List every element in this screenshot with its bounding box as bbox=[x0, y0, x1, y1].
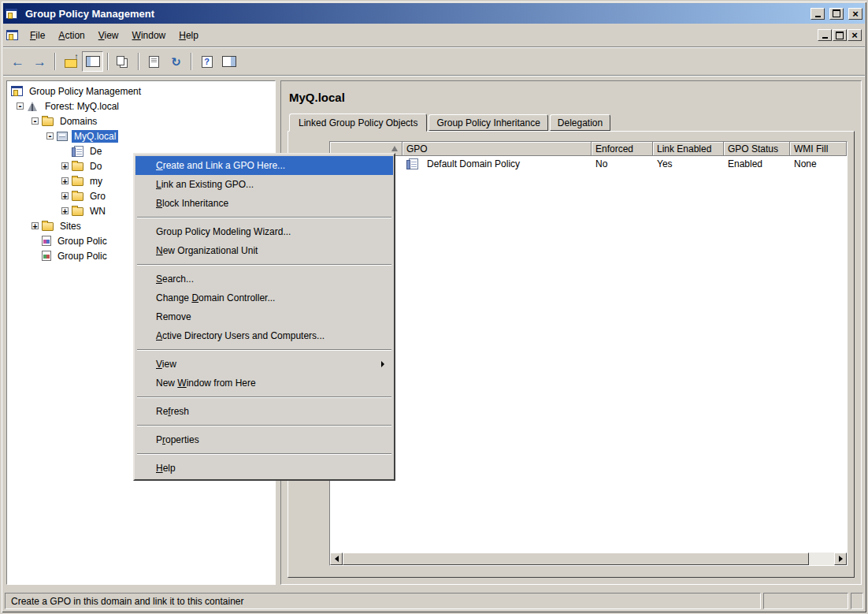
tree-expander[interactable]: - bbox=[17, 102, 24, 110]
menu-item-new-window-from-here[interactable]: New Window from Here bbox=[135, 374, 393, 393]
tree-expander[interactable]: - bbox=[32, 117, 39, 125]
properties-icon bbox=[146, 54, 163, 69]
toolbar-back-button[interactable] bbox=[7, 51, 28, 72]
menu-item-help[interactable]: Help bbox=[135, 459, 393, 478]
toolbar-properties-button[interactable] bbox=[143, 51, 165, 72]
toolbar-separator bbox=[138, 53, 139, 70]
close-button[interactable] bbox=[848, 8, 862, 20]
status-text: Create a GPO in this domain and link it … bbox=[5, 593, 761, 609]
menu-item-change-domain-controller[interactable]: Change Domain Controller... bbox=[135, 288, 393, 307]
cell-gpo: Default Domain Policy bbox=[402, 158, 592, 170]
tree-item-label: Group Polic bbox=[55, 250, 109, 262]
tree-expander[interactable]: + bbox=[61, 162, 69, 169]
toolbar-export-list-button[interactable] bbox=[113, 51, 134, 72]
cell-enforced: No bbox=[592, 158, 653, 170]
tree-expander[interactable]: - bbox=[46, 132, 54, 140]
scrollbar-thumb[interactable] bbox=[343, 553, 809, 565]
scrollbar-track[interactable] bbox=[809, 553, 834, 565]
menu-item-block-inheritance[interactable]: Block Inheritance bbox=[135, 194, 393, 213]
label-accel: H bbox=[156, 463, 163, 474]
tree-item-label: my bbox=[87, 175, 105, 188]
scroll-right-button[interactable] bbox=[834, 553, 847, 565]
menu-item-properties[interactable]: Properties bbox=[135, 430, 393, 449]
column-header-wmi-filter[interactable]: WMI Fill bbox=[790, 142, 847, 156]
title-bar[interactable]: Group Policy Management bbox=[3, 3, 865, 24]
column-header-gpo[interactable]: GPO bbox=[402, 142, 592, 156]
label-post: iew bbox=[162, 359, 176, 370]
folder-icon bbox=[72, 177, 83, 186]
label-accel: C bbox=[156, 160, 163, 171]
label-accel: B bbox=[156, 198, 162, 209]
label-accel: W bbox=[177, 378, 186, 389]
label-post: elp bbox=[186, 30, 198, 41]
menu-item-create-and-link-gpo-here[interactable]: Create and Link a GPO Here... bbox=[135, 156, 393, 175]
menu-help[interactable]: Help bbox=[172, 27, 205, 44]
arrow-left-icon bbox=[335, 556, 339, 562]
scroll-left-button[interactable] bbox=[330, 553, 343, 565]
menu-file[interactable]: File bbox=[24, 27, 51, 44]
status-panel bbox=[763, 593, 848, 609]
horizontal-scrollbar[interactable] bbox=[330, 553, 847, 565]
menu-item-link-an-existing-gpo[interactable]: Link an Existing GPO... bbox=[135, 175, 393, 194]
maximize-button[interactable] bbox=[829, 8, 844, 20]
tab-linked-group-policy-objects[interactable]: Linked Group Policy Objects bbox=[289, 113, 427, 132]
tree-item-label: Group Polic bbox=[55, 235, 109, 247]
menu-item-refresh[interactable]: Refresh bbox=[135, 402, 393, 421]
tree-item-label: Gro bbox=[87, 190, 108, 203]
label-post: resh bbox=[171, 406, 189, 417]
tab-delegation[interactable]: Delegation bbox=[550, 114, 610, 131]
menu-action[interactable]: Action bbox=[52, 27, 91, 44]
menu-item-active-directory-users-and-computers[interactable]: Active Directory Users and Computers... bbox=[135, 326, 393, 345]
table-row-default-domain-policy[interactable]: Default Domain Policy No Yes Enabled Non… bbox=[330, 156, 847, 171]
tree-item-myq-local-domain[interactable]: - MyQ.local bbox=[7, 128, 275, 143]
column-header-link-enabled[interactable]: Link Enabled bbox=[653, 142, 724, 156]
menu-item-view[interactable]: View bbox=[135, 355, 393, 374]
child-restore-button[interactable] bbox=[833, 29, 847, 41]
child-close-button[interactable] bbox=[848, 29, 862, 41]
tree-expander[interactable]: + bbox=[61, 207, 69, 214]
label-post: omain Controller... bbox=[198, 292, 275, 303]
child-minimize-button[interactable] bbox=[818, 29, 832, 41]
gpo-name: Default Domain Policy bbox=[427, 158, 520, 169]
toolbar-refresh-button[interactable] bbox=[165, 51, 187, 72]
tree-item-forest-myq-local[interactable]: - Forest: MyQ.local bbox=[7, 99, 275, 113]
tree-expander[interactable]: + bbox=[61, 192, 69, 199]
menu-item-remove[interactable]: Remove bbox=[135, 307, 393, 326]
label-accel: S bbox=[156, 274, 162, 285]
toolbar-help-button[interactable] bbox=[196, 51, 217, 72]
menu-separator bbox=[137, 425, 391, 426]
menu-item-search[interactable]: Search... bbox=[135, 270, 393, 288]
tree-item-domains[interactable]: - Domains bbox=[7, 113, 275, 128]
menu-window[interactable]: Window bbox=[126, 27, 172, 44]
minimize-button[interactable] bbox=[811, 8, 825, 20]
menu-view[interactable]: View bbox=[92, 27, 125, 44]
refresh-icon bbox=[168, 54, 185, 69]
tree-expander[interactable]: + bbox=[32, 222, 39, 229]
tab-group-policy-inheritance[interactable]: Group Policy Inheritance bbox=[428, 114, 547, 131]
toolbar-forward-button[interactable] bbox=[29, 51, 50, 72]
toolbar-show-action-pane-button[interactable] bbox=[218, 51, 239, 72]
folder-icon bbox=[72, 162, 83, 171]
label-post: operties bbox=[165, 434, 199, 445]
gpo-icon bbox=[409, 158, 418, 169]
back-icon bbox=[9, 54, 27, 69]
column-label: GPO Status bbox=[728, 143, 778, 154]
toolbar-show-console-tree-button[interactable] bbox=[82, 51, 103, 72]
minimize-icon bbox=[818, 30, 831, 40]
toolbar-separator bbox=[107, 53, 109, 70]
app-icon bbox=[6, 9, 17, 19]
label-post: ction bbox=[65, 30, 84, 41]
label-pre: Remove bbox=[156, 311, 191, 322]
tree-item-group-policy-management[interactable]: Group Policy Management bbox=[7, 84, 275, 99]
toolbar-up-one-level-button[interactable] bbox=[60, 51, 81, 72]
menu-item-new-organizational-unit[interactable]: New Organizational Unit bbox=[135, 241, 393, 260]
column-header-gpo-status[interactable]: GPO Status bbox=[724, 142, 790, 156]
label-accel: A bbox=[156, 330, 162, 341]
arrow-right-icon bbox=[839, 556, 843, 562]
tree-item-label: Do bbox=[87, 160, 104, 173]
column-header-enforced[interactable]: Enforced bbox=[592, 142, 653, 156]
label-post: ew Organizational Unit bbox=[163, 245, 258, 256]
restore-icon bbox=[833, 30, 846, 40]
menu-item-group-policy-modeling-wizard[interactable]: Group Policy Modeling Wizard... bbox=[135, 222, 393, 241]
tree-expander[interactable]: + bbox=[61, 177, 69, 184]
